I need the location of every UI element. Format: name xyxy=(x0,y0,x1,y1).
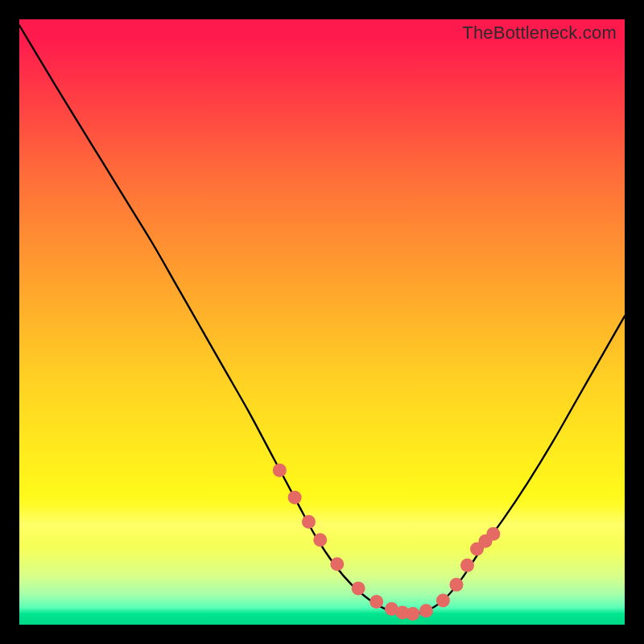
chart-container: TheBottleneck.com xyxy=(0,0,644,644)
marker-dot xyxy=(460,559,474,572)
plot-area: TheBottleneck.com xyxy=(19,19,625,625)
marker-dot xyxy=(419,604,433,617)
resolution-markers xyxy=(273,464,500,621)
bottleneck-curve xyxy=(19,26,625,615)
marker-dot xyxy=(288,491,302,505)
marker-dot xyxy=(302,515,316,529)
marker-dot xyxy=(273,464,287,477)
marker-dot xyxy=(486,527,500,541)
marker-dot xyxy=(313,533,327,547)
marker-dot xyxy=(436,593,450,607)
marker-dot xyxy=(330,557,344,571)
marker-dot xyxy=(406,607,419,621)
watermark-text: TheBottleneck.com xyxy=(462,23,617,43)
marker-dot xyxy=(369,595,383,609)
marker-dot xyxy=(449,578,463,592)
marker-dot xyxy=(352,581,365,595)
curve-layer xyxy=(19,19,625,625)
